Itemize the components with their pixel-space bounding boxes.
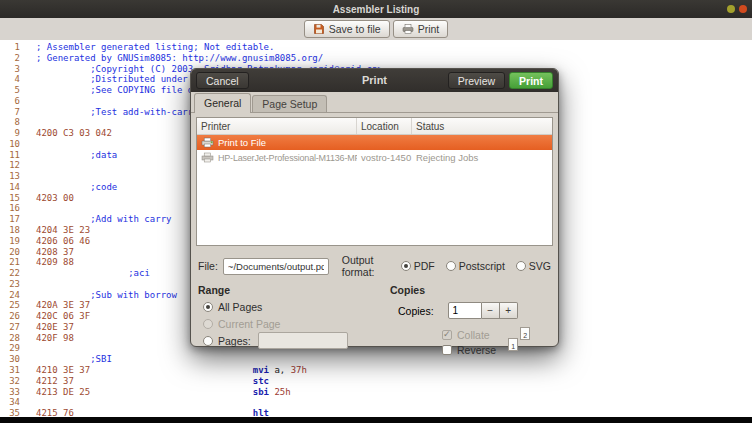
line-number: 16 — [8, 203, 20, 214]
copies-increment-button[interactable]: + — [500, 302, 518, 319]
checkbox-icon — [442, 345, 452, 355]
options-row: Range All Pages Current Page Pages: — [198, 284, 551, 356]
header-actions: Preview Print — [448, 72, 553, 89]
line-number: 26 — [8, 311, 20, 322]
line-number: 30 — [8, 354, 20, 365]
line-number: 8 — [8, 117, 20, 128]
line-number: 24 — [8, 290, 20, 301]
print-dialog-header[interactable]: Cancel Print Preview Print — [191, 69, 558, 92]
line-number: 34 — [8, 397, 20, 408]
line-number: 9 — [8, 128, 20, 139]
line-number: 2 — [8, 53, 20, 64]
copies-line: Copies: − + — [398, 302, 551, 319]
code-text: 4215 76 hlt — [36, 408, 269, 417]
printer-status: Rejecting Jobs — [412, 152, 552, 163]
radio-icon — [446, 261, 456, 271]
line-number: 1 — [8, 42, 20, 53]
cancel-button[interactable]: Cancel — [196, 72, 249, 89]
tab-general[interactable]: General — [194, 93, 251, 113]
desktop: Assembler Listing Save to file — [0, 0, 752, 423]
code-line: 324212 37 stc — [8, 376, 752, 387]
printer-name: HP-LaserJet-Professional-M1136-MFP — [218, 153, 357, 163]
line-number: 14 — [8, 182, 20, 193]
copies-section: Copies Copies: − + Collat — [378, 284, 551, 356]
line-number: 33 — [8, 387, 20, 398]
reverse-checkbox[interactable]: Reverse — [442, 343, 496, 356]
radio-icon — [203, 302, 213, 312]
line-number: 31 — [8, 365, 20, 376]
copies-decrement-button[interactable]: − — [482, 302, 500, 319]
radio-pages[interactable]: Pages: — [203, 334, 378, 347]
column-header-printer[interactable]: Printer — [197, 118, 357, 134]
print-to-file-icon — [201, 137, 214, 148]
collate-preview-icon: 2 1 — [508, 327, 530, 351]
collate-checkbox[interactable]: Collate — [442, 328, 496, 341]
code-line: 1; Assembler generated listing; Not edit… — [8, 42, 752, 53]
code-text: ; Generated by GNUSim8085: http://www.gn… — [36, 53, 323, 63]
pages-input[interactable] — [258, 332, 348, 349]
preview-button[interactable]: Preview — [448, 72, 505, 89]
radio-format-pdf[interactable]: PDF — [401, 260, 435, 272]
desktop-edge — [0, 417, 752, 423]
print-confirm-button[interactable]: Print — [509, 72, 553, 89]
window-titlebar[interactable]: Assembler Listing — [0, 0, 752, 18]
line-number: 22 — [8, 268, 20, 279]
radio-icon — [516, 261, 526, 271]
radio-icon — [401, 261, 411, 271]
line-number: 10 — [8, 139, 20, 150]
radio-format-svg[interactable]: SVG — [516, 260, 551, 272]
code-text: ;Sub with borrow — [36, 290, 177, 300]
checkbox-icon — [442, 330, 452, 340]
code-text: 4213 DE 25 sbi 25h — [36, 387, 291, 397]
line-number: 15 — [8, 193, 20, 204]
printer-device-icon — [201, 152, 214, 163]
save-to-file-button[interactable]: Save to file — [304, 20, 390, 38]
save-button-label: Save to file — [329, 23, 381, 35]
radio-icon — [203, 319, 213, 329]
code-text: ;Add with carry — [36, 214, 171, 224]
line-number: 21 — [8, 257, 20, 268]
printer-name: Print to File — [218, 137, 266, 148]
line-number: 25 — [8, 300, 20, 311]
line-number: 28 — [8, 333, 20, 344]
line-number: 27 — [8, 322, 20, 333]
radio-all-pages[interactable]: All Pages — [203, 300, 378, 313]
titlebar-close-icon[interactable] — [739, 5, 747, 13]
radio-current-page[interactable]: Current Page — [203, 317, 378, 330]
line-number: 29 — [8, 343, 20, 354]
print-dialog: Cancel Print Preview Print General Page … — [190, 68, 559, 347]
tab-page-setup[interactable]: Page Setup — [252, 95, 327, 112]
code-line: 354215 76 hlt — [8, 408, 752, 417]
toolbar: Save to file Print — [0, 18, 752, 40]
line-number: 12 — [8, 160, 20, 171]
code-text: ; Assembler generated listing; Not edita… — [36, 42, 274, 52]
line-number: 35 — [8, 408, 20, 417]
code-text: 4210 3E 37 mvi a, 37h — [36, 365, 307, 375]
copies-input[interactable] — [448, 302, 482, 319]
printer-location: vostro-1450 — [357, 152, 412, 163]
file-label: File: — [198, 260, 218, 272]
line-number: 7 — [8, 107, 20, 118]
printer-row-hp-laserjet[interactable]: HP-LaserJet-Professional-M1136-MFP vostr… — [197, 150, 552, 165]
range-section-title: Range — [198, 284, 378, 296]
printer-row-print-to-file[interactable]: Print to File — [197, 135, 552, 150]
save-icon — [313, 23, 325, 35]
file-path-input[interactable] — [223, 258, 329, 275]
output-format-label: Output format: — [342, 254, 390, 278]
column-header-location[interactable]: Location — [357, 118, 412, 134]
line-number: 4 — [8, 74, 20, 85]
line-number: 19 — [8, 236, 20, 247]
print-button-label: Print — [418, 23, 440, 35]
code-text: ;data — [36, 150, 117, 160]
printer-icon — [402, 23, 414, 35]
line-number: 18 — [8, 225, 20, 236]
copies-spinbutton: − + — [448, 302, 518, 319]
code-text: 4212 37 stc — [36, 376, 269, 386]
column-header-status[interactable]: Status — [412, 118, 552, 134]
radio-format-postscript[interactable]: Postscript — [446, 260, 505, 272]
print-button[interactable]: Print — [393, 20, 449, 38]
copies-options: Collate Reverse 2 1 — [390, 326, 551, 356]
titlebar-indicator-icon[interactable] — [727, 5, 735, 13]
file-row: File: Output format: PDF Postscript SVG — [198, 254, 551, 278]
code-line: 2; Generated by GNUSim8085: http://www.g… — [8, 53, 752, 64]
